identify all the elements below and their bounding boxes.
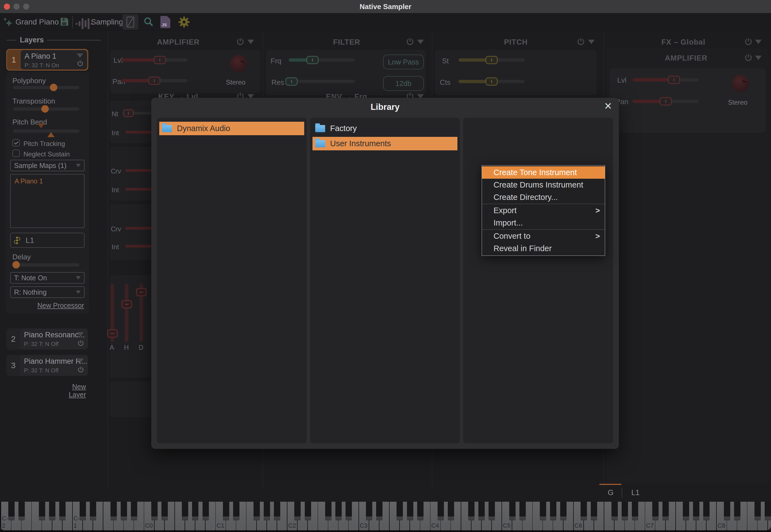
power-icon[interactable] (236, 37, 245, 46)
layer-item-1[interactable]: 1 A Piano 1 P: 32 T: N On (6, 49, 88, 70)
black-key[interactable] (8, 502, 15, 520)
amp-pan-slider[interactable] (121, 79, 187, 82)
delay-slider[interactable] (13, 263, 79, 267)
attack-fader-handle[interactable] (107, 329, 118, 338)
black-key[interactable] (489, 502, 495, 520)
black-key[interactable] (540, 502, 546, 520)
polyphony-slider[interactable] (13, 86, 79, 89)
sample-maps-dropdown[interactable]: Sample Maps (1) (10, 160, 85, 171)
black-key[interactable] (765, 502, 771, 520)
mapping-editor-button[interactable] (122, 14, 138, 30)
close-icon[interactable]: × (604, 98, 612, 113)
black-key[interactable] (161, 502, 168, 520)
amp-level-handle[interactable] (154, 56, 166, 64)
power-icon[interactable] (77, 366, 84, 373)
filter-freq-slider[interactable] (289, 58, 355, 62)
nt-handle[interactable] (123, 109, 134, 117)
black-key[interactable] (662, 502, 669, 520)
pitch-tracking-checkbox[interactable] (12, 139, 20, 146)
amp-pan-handle[interactable] (148, 77, 160, 85)
black-key[interactable] (80, 502, 86, 520)
decay-fader-handle[interactable] (136, 288, 147, 296)
chevron-down-icon[interactable] (77, 359, 84, 363)
collapse-panel-icon[interactable] (755, 56, 762, 60)
black-key[interactable] (509, 502, 516, 520)
black-key[interactable] (366, 502, 372, 520)
black-key[interactable] (90, 502, 96, 520)
tab-group[interactable]: G (605, 488, 616, 497)
menu-item-convert-to[interactable]: Convert to> (482, 230, 605, 242)
black-key[interactable] (110, 502, 117, 520)
black-key[interactable] (560, 502, 567, 520)
black-key[interactable] (345, 502, 352, 520)
filter-res-handle[interactable] (285, 77, 297, 86)
black-key[interactable] (192, 502, 198, 520)
release-dropdown[interactable]: R: Nothing (10, 286, 85, 298)
black-key[interactable] (59, 502, 66, 520)
black-key[interactable] (325, 502, 331, 520)
collapse-panel-icon[interactable] (247, 40, 254, 44)
menu-item-reveal-in-finder[interactable]: Reveal in Finder (482, 242, 605, 255)
delay-slider-handle[interactable] (12, 261, 20, 268)
black-key[interactable] (703, 502, 710, 520)
menu-item-import[interactable]: Import... (482, 217, 605, 229)
filter-freq-handle[interactable] (306, 56, 318, 64)
sparkle-icon[interactable] (2, 17, 14, 28)
menu-item-create-drums-instrument[interactable]: Create Drums Instrument (482, 179, 605, 191)
filter-type-button[interactable]: Low Pass (383, 55, 424, 69)
library-column-1[interactable]: Dynamix Audio (157, 118, 307, 443)
gear-icon[interactable] (178, 16, 190, 28)
power-icon[interactable] (406, 37, 415, 46)
piano-keyboard[interactable]: C-2C-1C0C1C2C3C4C5C6C7C8 (0, 502, 771, 530)
black-key[interactable] (448, 502, 454, 520)
black-key[interactable] (468, 502, 475, 520)
power-icon[interactable] (77, 340, 84, 347)
black-key[interactable] (754, 502, 761, 520)
pitch-semitone-slider[interactable] (459, 58, 525, 62)
chevron-down-icon[interactable] (77, 53, 83, 58)
pitch-semitone-handle[interactable] (486, 56, 498, 64)
black-key[interactable] (49, 502, 55, 520)
black-key[interactable] (693, 502, 699, 520)
black-key[interactable] (376, 502, 382, 520)
library-item[interactable]: Factory (312, 122, 458, 135)
amp-level-slider[interactable] (121, 58, 187, 62)
script-file-icon[interactable]: JS (160, 16, 170, 28)
fx-level-slider[interactable] (633, 78, 699, 82)
pitch-cents-handle[interactable] (486, 77, 498, 86)
layer-item-2[interactable]: 2 Piano Resonanc... P: 32 T: N Off (6, 328, 88, 350)
new-processor-link[interactable]: New Processor (37, 302, 84, 310)
black-key[interactable] (335, 502, 342, 520)
black-key[interactable] (550, 502, 556, 520)
black-key[interactable] (734, 502, 740, 520)
tab-layer-1[interactable]: L1 (627, 488, 644, 497)
black-key[interactable] (724, 502, 730, 520)
hold-fader-handle[interactable] (121, 300, 132, 308)
filter-res-slider[interactable] (289, 80, 355, 83)
filter-slope-button[interactable]: 12db (383, 76, 424, 91)
polyphony-slider-handle[interactable] (50, 84, 57, 91)
black-key[interactable] (202, 502, 209, 520)
power-icon[interactable] (744, 53, 753, 62)
black-key[interactable] (622, 502, 628, 520)
pitch-bend-up-handle[interactable] (47, 132, 55, 137)
transposition-slider[interactable] (13, 107, 79, 111)
black-key[interactable] (407, 502, 413, 520)
power-icon[interactable] (577, 37, 585, 46)
black-key[interactable] (264, 502, 270, 520)
menu-item-create-directory[interactable]: Create Directory... (482, 191, 605, 203)
fx-level-handle[interactable] (668, 76, 680, 84)
sample-map-item[interactable]: A Piano 1 (11, 175, 84, 188)
amp-stereo-knob[interactable] (230, 55, 247, 72)
save-icon[interactable] (59, 17, 69, 27)
black-key[interactable] (151, 502, 158, 520)
lfo-processor-item[interactable]: L1 (10, 233, 85, 248)
black-key[interactable] (652, 502, 659, 520)
black-key[interactable] (253, 502, 260, 520)
sampling-label[interactable]: Sampling (91, 18, 123, 26)
black-key[interactable] (520, 502, 526, 520)
black-key[interactable] (683, 502, 689, 520)
black-key[interactable] (632, 502, 638, 520)
collapse-panel-icon[interactable] (417, 40, 424, 44)
power-icon[interactable] (77, 60, 84, 67)
